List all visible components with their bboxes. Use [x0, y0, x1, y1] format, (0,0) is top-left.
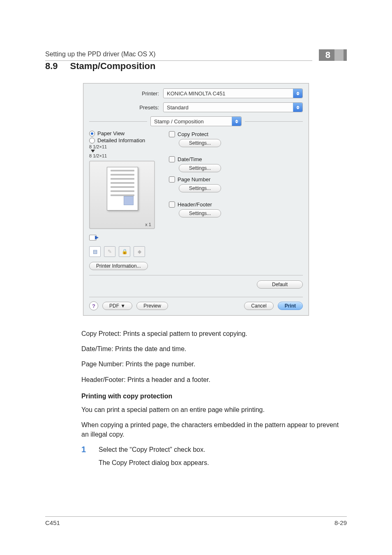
- badge-stripe: [334, 49, 344, 61]
- printer-select[interactable]: KONICA MINOLTA C451: [163, 88, 303, 98]
- preview-multiplier: x 1: [145, 222, 151, 227]
- paper-view-radio[interactable]: Paper View: [89, 130, 163, 136]
- running-header: Setting up the PPD driver (Mac OS X): [45, 51, 312, 58]
- chevron-updown-icon[interactable]: [293, 103, 302, 112]
- quality-icon[interactable]: ◆: [134, 246, 145, 257]
- default-button[interactable]: Default: [257, 280, 303, 289]
- print-dialog: Printer: KONICA MINOLTA C451 Presets: St…: [83, 83, 309, 316]
- preview-button[interactable]: Preview: [136, 302, 168, 310]
- step-1-result: The Copy Protect dialog box appears.: [99, 458, 347, 467]
- chapter-badge: 8: [319, 49, 347, 61]
- header-footer-settings-button[interactable]: Settings...: [179, 209, 221, 217]
- header-footer-label: Header/Footer: [178, 201, 212, 208]
- radio-selected-icon: [89, 131, 95, 136]
- paper-size-bottom: 8 1/2×11: [89, 153, 163, 158]
- triangle-down-icon: [91, 150, 95, 153]
- intro-2: When copying a printed page, the charact…: [81, 420, 347, 439]
- step-1-text: Select the “Copy Protect” check box.: [99, 445, 347, 454]
- page-number-settings-button[interactable]: Settings...: [179, 184, 221, 192]
- section-number: 8.9: [45, 61, 58, 72]
- copy-protect-checkbox[interactable]: [169, 131, 175, 137]
- cancel-button[interactable]: Cancel: [244, 302, 273, 310]
- printer-info-button[interactable]: Printer Information...: [89, 262, 148, 270]
- output-arrow-icon[interactable]: [89, 233, 101, 242]
- desc-copy-protect: Copy Protect: Prints a special pattern t…: [81, 329, 347, 338]
- pdf-menu-button[interactable]: PDF ▼: [102, 302, 132, 310]
- desc-date-time: Date/Time: Prints the date and time.: [81, 344, 347, 354]
- date-time-checkbox[interactable]: [169, 156, 175, 162]
- separator: [89, 297, 303, 297]
- page-preview: x 1: [89, 161, 155, 229]
- paper-size-top: 8 1/2×11: [89, 144, 163, 149]
- copy-protect-settings-button[interactable]: Settings...: [179, 139, 221, 147]
- page-footer: C451 8-29: [45, 516, 347, 526]
- header-footer-checkbox[interactable]: [169, 201, 175, 208]
- step-1-number: 1: [81, 445, 90, 454]
- panel-select[interactable]: Stamp / Composition: [150, 116, 242, 126]
- subheading: Printing with copy protection: [81, 393, 347, 400]
- paper-view-label: Paper View: [97, 130, 125, 136]
- print-button[interactable]: Print: [278, 302, 303, 310]
- printer-value: KONICA MINOLTA C451: [164, 90, 293, 97]
- separator: [89, 275, 303, 275]
- help-button[interactable]: ?: [89, 301, 98, 310]
- chevron-updown-icon[interactable]: [293, 89, 302, 98]
- page-number-checkbox[interactable]: [169, 176, 175, 183]
- presets-select[interactable]: Standard: [163, 102, 303, 112]
- section-title: Stamp/Composition: [70, 61, 156, 72]
- radio-unselected-icon: [89, 138, 95, 143]
- stamp-icon[interactable]: ✎: [104, 246, 115, 257]
- lock-icon[interactable]: 🔒: [119, 246, 130, 257]
- panel-value: Stamp / Composition: [151, 118, 232, 125]
- date-time-settings-button[interactable]: Settings...: [179, 164, 221, 172]
- printer-label: Printer:: [89, 90, 163, 97]
- presets-label: Presets:: [89, 104, 163, 111]
- page-number-label: Page Number: [178, 176, 210, 183]
- chevron-updown-icon[interactable]: [232, 117, 241, 126]
- copy-protect-label: Copy Protect: [178, 131, 208, 137]
- footer-page: 8-29: [334, 519, 347, 526]
- presets-value: Standard: [164, 104, 293, 111]
- chapter-number: 8: [325, 50, 330, 60]
- intro-1: You can print a special pattern on an en…: [81, 405, 347, 414]
- date-time-label: Date/Time: [178, 156, 202, 162]
- detailed-info-label: Detailed Information: [97, 137, 145, 143]
- layout-icon[interactable]: ▤: [89, 246, 101, 257]
- detailed-info-radio[interactable]: Detailed Information: [89, 137, 163, 143]
- footer-model: C451: [45, 519, 60, 526]
- desc-header-footer: Header/Footer: Prints a header and a foo…: [81, 375, 347, 384]
- desc-page-number: Page Number: Prints the page number.: [81, 359, 347, 369]
